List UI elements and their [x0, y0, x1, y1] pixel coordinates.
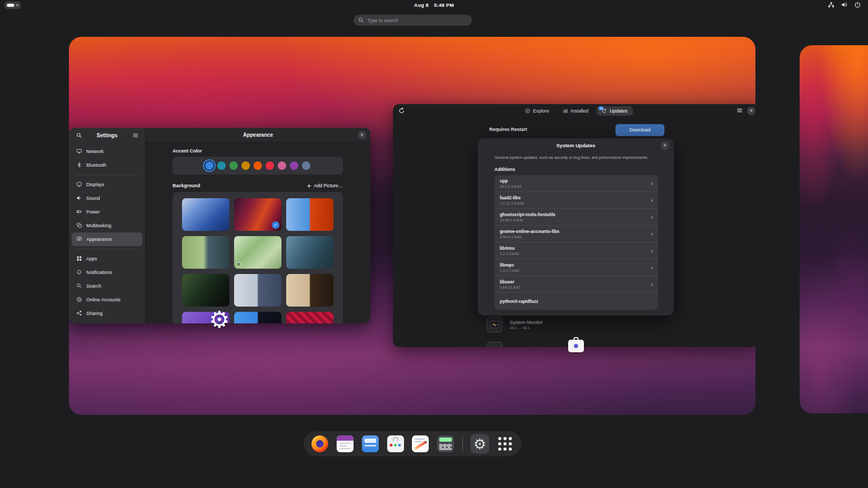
- package-row-gnome-online-accounts-libs[interactable]: gnome-online-accounts-libs3.54.4-1.fc42 …: [494, 226, 658, 242]
- accent-dot-pink[interactable]: [278, 161, 286, 170]
- add-picture-button[interactable]: Add Picture…: [307, 183, 343, 188]
- wallpaper-thumb-sand-split[interactable]: [286, 274, 334, 307]
- sidebar-item-network[interactable]: Network: [72, 145, 143, 158]
- sidebar-item-multitasking[interactable]: Multitasking: [72, 219, 143, 232]
- requires-restart-label: Requires Restart: [489, 127, 527, 132]
- package-version: 15.1.1-2.fc42: [500, 185, 651, 188]
- refresh-icon[interactable]: [398, 107, 405, 116]
- package-row-python3-rapidfuzz[interactable]: python3-rapidfuzz: [494, 293, 658, 310]
- clock[interactable]: Aug 85:49 PM: [0, 2, 868, 8]
- sidebar-label: Appearance: [86, 237, 112, 242]
- appearance-icon: [76, 236, 82, 243]
- chevron-right-icon: ›: [651, 247, 653, 255]
- sidebar-item-sound[interactable]: Sound: [72, 191, 143, 205]
- dock-item-app-grid[interactable]: [496, 434, 514, 454]
- accent-dot-teal[interactable]: [217, 161, 226, 170]
- clock-time: 5:49 PM: [434, 2, 454, 8]
- firefox-icon: [311, 435, 328, 452]
- wallpaper-thumb-teal-waves[interactable]: [286, 236, 334, 269]
- sidebar-item-appearance[interactable]: Appearance: [72, 232, 143, 246]
- additions-section-label: Additions: [494, 167, 657, 172]
- close-icon[interactable]: ×: [661, 141, 669, 150]
- package-row-ghostscript-tools-fontutils[interactable]: ghostscript-tools-fontutils10.05.1-4.fc4…: [494, 209, 658, 226]
- tab-installed[interactable]: Installed: [558, 106, 594, 116]
- wallpaper-thumb-tree-split[interactable]: [182, 236, 229, 269]
- update-row-clipped[interactable]: [487, 342, 755, 347]
- wallpaper-thumb-blue-orange-pills[interactable]: [286, 198, 334, 231]
- accent-dot-green[interactable]: [229, 161, 238, 170]
- sidebar-label: Displays: [86, 182, 104, 187]
- accent-dot-red[interactable]: [266, 161, 274, 170]
- settings-sidebar: Settings Network Bluetooth: [69, 128, 146, 323]
- dock-item-settings[interactable]: ⚙: [470, 434, 489, 454]
- tab-updates[interactable]: 14 Updates: [597, 106, 633, 116]
- dock-item-calendar[interactable]: [336, 434, 355, 454]
- background-label: Background: [173, 183, 200, 188]
- update-row-name: System Monitor: [510, 320, 543, 325]
- package-row-libXmu[interactable]: libXmu1.2.1-3.fc42 ›: [494, 242, 658, 259]
- background-grid: ✓: [173, 192, 343, 323]
- network-icon: [76, 148, 82, 155]
- settings-window[interactable]: Settings Network Bluetooth: [69, 128, 370, 323]
- accent-dot-yellow[interactable]: [241, 161, 250, 170]
- workspace-preview-next[interactable]: [800, 45, 868, 413]
- package-row-cpp[interactable]: cpp15.1.1-2.fc42 ›: [494, 175, 658, 192]
- sidebar-item-online-accounts[interactable]: Online Accounts: [72, 293, 143, 307]
- calculator-icon: [437, 435, 454, 452]
- dock-item-firefox[interactable]: [310, 434, 329, 454]
- package-version: 3.54.4-1.fc42: [500, 235, 651, 239]
- sidebar-item-search[interactable]: Search: [72, 279, 143, 293]
- tab-explore[interactable]: Explore: [520, 106, 554, 116]
- workspace-current[interactable]: Settings Network Bluetooth: [69, 37, 755, 415]
- dock-item-calculator[interactable]: [436, 434, 455, 454]
- plus-icon: [307, 184, 311, 188]
- text-editor-icon: [412, 435, 429, 452]
- overview-search[interactable]: [354, 15, 472, 26]
- wallpaper-thumb-tree-light[interactable]: [234, 236, 281, 269]
- software-window[interactable]: Explore Installed 14 Updates: [393, 104, 755, 347]
- hamburger-menu-icon[interactable]: [736, 106, 743, 116]
- system-tray[interactable]: [828, 2, 861, 8]
- dock-item-text-editor[interactable]: [411, 434, 430, 454]
- close-icon[interactable]: ×: [747, 107, 755, 115]
- settings-search-icon[interactable]: [74, 130, 84, 140]
- package-row-faad2-libs[interactable]: faad2-libs1:2.11.2-3.fc42 ›: [494, 192, 658, 209]
- sidebar-item-apps[interactable]: Apps: [72, 252, 143, 266]
- sidebar-item-wellbeing[interactable]: Wellbeing: [72, 320, 143, 323]
- sidebar-label: Search: [86, 283, 102, 289]
- sidebar-label: Power: [86, 209, 100, 215]
- hamburger-menu-icon[interactable]: [130, 130, 140, 140]
- package-row-libmpc[interactable]: libmpc1.3.1-7.fc42 ›: [494, 259, 658, 276]
- dock-item-files[interactable]: [361, 434, 380, 454]
- sidebar-item-bluetooth[interactable]: Bluetooth: [72, 158, 143, 172]
- online-accounts-icon: [76, 297, 82, 303]
- files-icon: [362, 435, 379, 452]
- package-version: 1.2.1-3.fc42: [500, 252, 651, 256]
- wallpaper-thumb-marble-split[interactable]: [234, 274, 281, 307]
- accent-dot-orange[interactable]: [254, 161, 262, 170]
- tab-label: Installed: [571, 108, 589, 114]
- accent-dot-purple[interactable]: [290, 161, 298, 170]
- sidebar-item-sharing[interactable]: Sharing: [72, 307, 143, 320]
- page-title: Appearance: [243, 132, 273, 138]
- wallpaper-thumb-dark-fern[interactable]: [182, 274, 229, 307]
- update-row-system-monitor[interactable]: System Monitor 48.0 → 48.1: [487, 317, 755, 332]
- sidebar-item-notifications[interactable]: Notifications: [72, 266, 143, 279]
- sidebar-item-displays[interactable]: Displays: [72, 178, 143, 191]
- chevron-right-icon: ›: [651, 281, 653, 288]
- software-app-icon[interactable]: [567, 335, 586, 354]
- package-row-libuser[interactable]: libuser0.64-12.fc42 ›: [494, 276, 658, 293]
- download-button[interactable]: Download: [615, 124, 664, 136]
- wallpaper-thumb-blue-split[interactable]: [234, 312, 281, 323]
- wallpaper-thumb-orange-red-abstract[interactable]: ✓: [234, 198, 281, 231]
- search-input[interactable]: [367, 18, 467, 23]
- accent-dot-blue[interactable]: [205, 161, 214, 170]
- wallpaper-thumb-blue-cubes[interactable]: [182, 198, 229, 231]
- close-icon[interactable]: ×: [358, 131, 366, 139]
- dock-item-software[interactable]: [386, 434, 405, 454]
- wallpaper-thumb-red-berries[interactable]: [286, 312, 334, 323]
- accent-dot-slate[interactable]: [302, 161, 310, 170]
- sidebar-item-power[interactable]: Power: [72, 205, 143, 219]
- updates-count-badge: 14: [599, 106, 603, 110]
- settings-app-icon[interactable]: ⚙: [208, 308, 231, 331]
